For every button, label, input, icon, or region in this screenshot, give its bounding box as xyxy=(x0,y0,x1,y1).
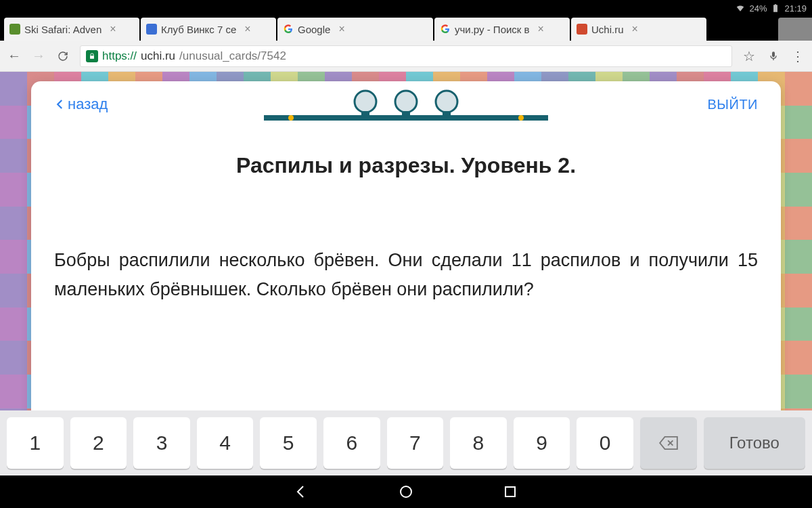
url-path: /unusual_cards/7542 xyxy=(179,49,286,63)
browser-toolbar: ← → https://uchi.ru/unusual_cards/7542 ☆… xyxy=(0,41,812,72)
browser-tab-strip: Ski Safari: Adven×Клуб Винкс 7 се×Google… xyxy=(0,16,812,41)
tab-title: Клуб Винкс 7 се xyxy=(161,24,236,35)
numeric-keyboard: 1234567890Готово xyxy=(0,410,812,475)
key-7[interactable]: 7 xyxy=(387,417,444,469)
browser-tab[interactable]: Ski Safari: Adven× xyxy=(4,18,139,41)
tab-close-button[interactable]: × xyxy=(244,24,250,35)
battery-icon xyxy=(771,3,780,13)
browser-tab[interactable]: Uchi.ru× xyxy=(571,18,706,41)
clock-text: 21:19 xyxy=(784,3,807,14)
key-0[interactable]: 0 xyxy=(577,417,633,469)
android-status-bar: 24% 21:19 xyxy=(0,0,812,16)
android-home-button[interactable] xyxy=(398,484,414,500)
browser-tab[interactable]: Google× xyxy=(277,18,433,41)
key-backspace[interactable] xyxy=(640,417,697,469)
android-recents-button[interactable] xyxy=(502,484,518,500)
nav-back-button[interactable]: ← xyxy=(7,48,22,64)
svg-rect-14 xyxy=(505,487,515,496)
android-back-button[interactable] xyxy=(294,484,310,500)
battery-text: 24% xyxy=(749,3,767,14)
back-label: назад xyxy=(68,96,108,113)
key-done[interactable]: Готово xyxy=(704,417,805,469)
key-3[interactable]: 3 xyxy=(133,417,190,469)
voice-search-button[interactable] xyxy=(766,51,781,62)
exercise-title: Распилы и разрезы. Уровень 2. xyxy=(54,153,758,178)
tab-title: Uchi.ru xyxy=(591,24,624,35)
address-bar[interactable]: https://uchi.ru/unusual_cards/7542 xyxy=(80,45,732,67)
browser-tab[interactable]: Клуб Винкс 7 се× xyxy=(141,18,276,41)
new-tab-button[interactable] xyxy=(778,18,812,41)
tab-close-button[interactable]: × xyxy=(110,24,116,35)
key-4[interactable]: 4 xyxy=(197,417,254,469)
tab-close-button[interactable]: × xyxy=(538,24,544,35)
lock-icon xyxy=(86,50,98,62)
tab-close-button[interactable]: × xyxy=(338,24,344,35)
browser-tab[interactable]: учи.ру - Поиск в× xyxy=(434,18,570,41)
tab-title: Ski Safari: Adven xyxy=(24,24,102,35)
nav-forward-button[interactable]: → xyxy=(31,48,46,64)
url-scheme: https:// xyxy=(102,49,137,63)
tab-title: учи.ру - Поиск в xyxy=(455,24,530,35)
exit-button[interactable]: ВЫЙТИ xyxy=(707,97,758,112)
key-9[interactable]: 9 xyxy=(514,417,570,469)
browser-menu-button[interactable]: ⋮ xyxy=(790,48,805,64)
url-host: uchi.ru xyxy=(141,49,175,63)
bookmark-star-button[interactable]: ☆ xyxy=(742,48,757,64)
nav-reload-button[interactable] xyxy=(55,50,70,62)
key-6[interactable]: 6 xyxy=(323,417,380,469)
key-1[interactable]: 1 xyxy=(7,417,64,469)
exercise-problem-text: Бобры распилили несколько брёвен. Они сд… xyxy=(54,246,758,304)
svg-point-13 xyxy=(401,486,411,497)
key-8[interactable]: 8 xyxy=(450,417,507,469)
back-button[interactable]: назад xyxy=(54,96,108,113)
android-nav-bar xyxy=(0,475,812,508)
key-2[interactable]: 2 xyxy=(70,417,127,469)
tab-title: Google xyxy=(298,24,330,35)
chevron-left-icon xyxy=(54,96,66,113)
key-5[interactable]: 5 xyxy=(260,417,317,469)
wifi-icon xyxy=(736,3,745,13)
tab-close-button[interactable]: × xyxy=(632,24,638,35)
